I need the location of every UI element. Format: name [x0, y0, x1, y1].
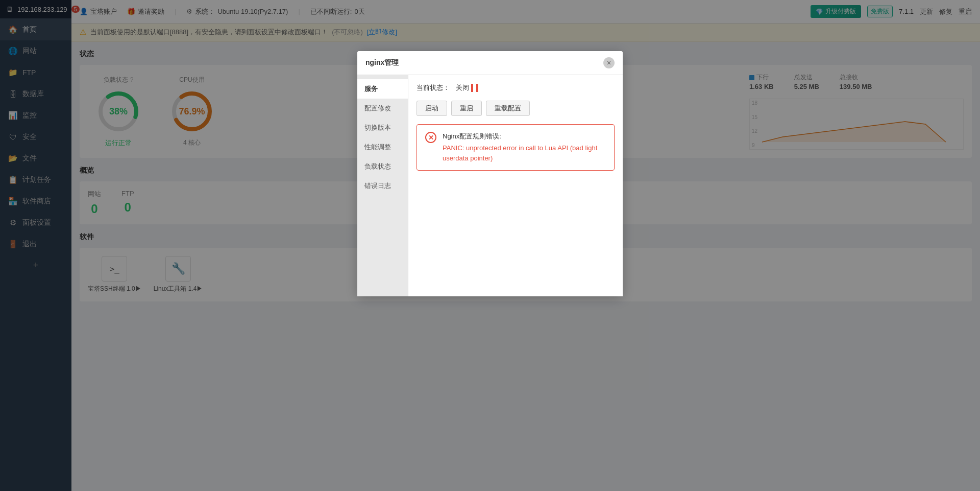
nginx-start-button[interactable]: 启动: [416, 101, 447, 116]
status-value: 关闭: [456, 83, 469, 92]
status-red-bar: [471, 84, 473, 92]
modal-sidebar-load[interactable]: 负载状态: [357, 157, 408, 176]
nginx-error-box: ✕ Nginx配置规则错误: PANIC: unprotected error …: [416, 124, 615, 171]
modal-sidebar-version[interactable]: 切换版本: [357, 118, 408, 137]
nginx-restart-button[interactable]: 重启: [451, 101, 482, 116]
close-icon: ×: [607, 59, 611, 67]
modal-body: 服务 配置修改 切换版本 性能调整 负载状态 错误日志: [357, 75, 623, 296]
status-red-bar2: [476, 84, 478, 92]
modal-sidebar-config[interactable]: 配置修改: [357, 99, 408, 118]
modal-main-panel: 当前状态： 关闭 启动 重启 重载配置 ✕ Nginx配置规则错误:: [408, 75, 623, 296]
error-circle-icon: ✕: [425, 132, 436, 143]
error-title: Nginx配置规则错误:: [443, 132, 606, 141]
error-text-block: Nginx配置规则错误: PANIC: unprotected error in…: [443, 132, 606, 163]
modal-overlay: nginx管理 × 服务 配置修改 切换版本 性能调整 负载: [0, 0, 980, 491]
error-detail: PANIC: unprotected error in call to Lua …: [443, 143, 606, 163]
status-closed-indicator: 关闭: [456, 83, 478, 92]
modal-sidebar-performance[interactable]: 性能调整: [357, 137, 408, 157]
modal-title: nginx管理: [365, 58, 399, 67]
modal-close-button[interactable]: ×: [603, 57, 615, 68]
modal-button-row: 启动 重启 重载配置: [416, 101, 615, 116]
nginx-reload-button[interactable]: 重载配置: [486, 101, 530, 116]
modal-sidebar: 服务 配置修改 切换版本 性能调整 负载状态 错误日志: [357, 75, 408, 296]
modal-sidebar-service[interactable]: 服务: [357, 79, 408, 99]
modal-sidebar-errorlog[interactable]: 错误日志: [357, 176, 408, 196]
status-label: 当前状态：: [416, 83, 450, 92]
modal-header: nginx管理 ×: [357, 51, 623, 75]
nginx-modal: nginx管理 × 服务 配置修改 切换版本 性能调整 负载: [357, 51, 623, 296]
modal-status-row: 当前状态： 关闭: [416, 83, 615, 92]
